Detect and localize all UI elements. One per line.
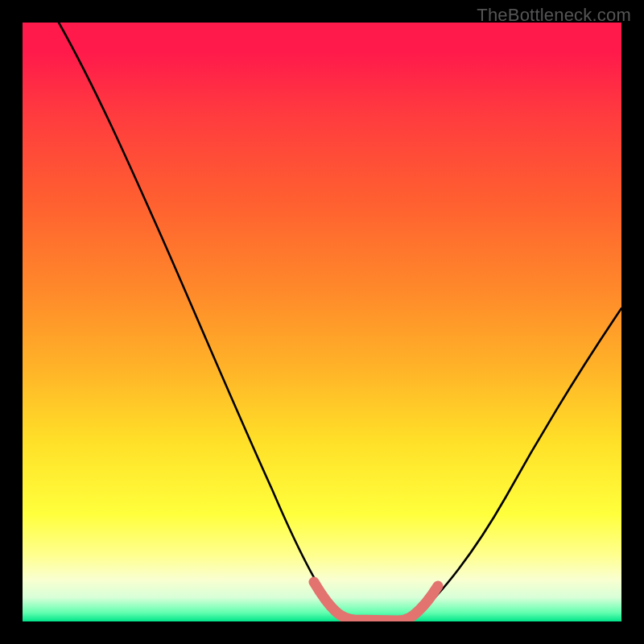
chart-frame: TheBottleneck.com <box>0 0 644 644</box>
curve-layer <box>23 23 621 621</box>
optimal-band-marker <box>314 582 438 621</box>
bottleneck-curve <box>59 23 621 621</box>
watermark-text: TheBottleneck.com <box>477 5 631 26</box>
plot-area <box>23 23 621 621</box>
